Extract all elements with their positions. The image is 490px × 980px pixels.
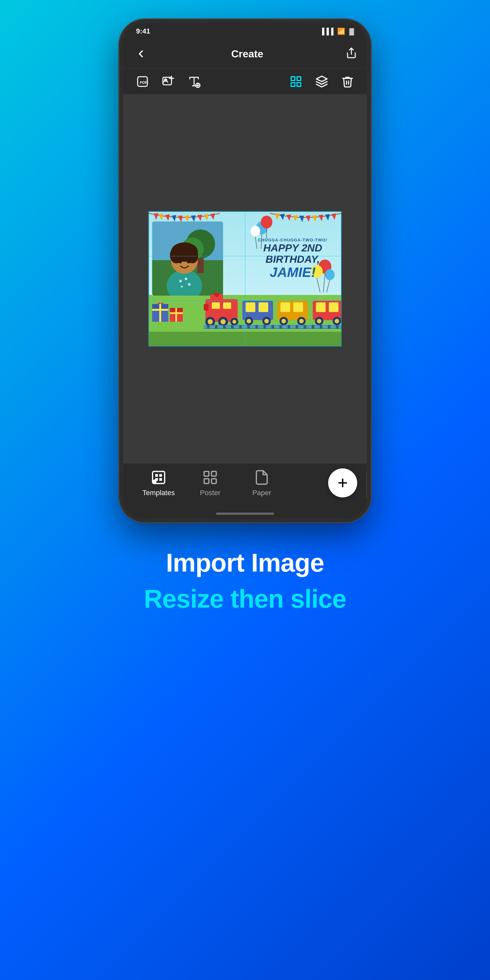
resize-subtitle: Resize then slice xyxy=(144,584,346,614)
svg-rect-112 xyxy=(239,325,242,329)
import-title: Import Image xyxy=(166,548,324,578)
svg-marker-17 xyxy=(154,213,159,220)
poster-icon xyxy=(202,468,219,486)
tab-paper[interactable]: Paper xyxy=(236,468,288,497)
fab-add-button[interactable] xyxy=(328,468,357,497)
svg-rect-78 xyxy=(223,302,231,309)
svg-point-96 xyxy=(282,319,286,323)
svg-rect-71 xyxy=(175,308,177,322)
svg-marker-20 xyxy=(172,215,177,221)
svg-marker-33 xyxy=(312,215,317,222)
share-button[interactable] xyxy=(345,47,357,61)
svg-rect-15 xyxy=(297,83,301,86)
svg-rect-121 xyxy=(312,325,314,329)
svg-point-59 xyxy=(178,260,182,263)
svg-rect-93 xyxy=(280,302,290,312)
svg-marker-24 xyxy=(197,215,202,221)
svg-rect-12 xyxy=(291,77,295,81)
svg-rect-111 xyxy=(231,325,234,329)
toolbar-right xyxy=(286,72,357,91)
status-bar: 9:41 ▐▐▐ 📶 ▓ xyxy=(123,23,367,39)
grid-button[interactable] xyxy=(286,72,305,91)
templates-label: Templates xyxy=(143,489,175,497)
nav-bar: Create xyxy=(123,39,367,68)
svg-rect-117 xyxy=(280,325,282,329)
card-content: CHUGGA-CHUGGA-TWO-TWO! HAPPY 2ND BIRTHDA… xyxy=(149,212,341,346)
back-button[interactable] xyxy=(133,48,149,60)
add-image-button[interactable] xyxy=(159,72,178,91)
svg-rect-86 xyxy=(246,302,255,312)
status-icons: ▐▐▐ 📶 ▓ xyxy=(320,27,354,35)
signal-icon: ▐▐▐ xyxy=(320,28,334,35)
svg-marker-32 xyxy=(305,215,310,222)
svg-rect-116 xyxy=(271,325,274,329)
svg-rect-122 xyxy=(320,325,322,329)
svg-point-91 xyxy=(264,319,269,323)
paper-icon xyxy=(253,468,271,486)
svg-rect-113 xyxy=(247,325,250,329)
svg-point-89 xyxy=(247,319,251,323)
page-title: Create xyxy=(231,48,263,60)
svg-marker-19 xyxy=(165,215,170,221)
happy-birthday-text: HAPPY 2ND BIRTHDAY, JAMIE! xyxy=(251,242,335,280)
svg-point-82 xyxy=(221,319,226,324)
svg-marker-18 xyxy=(159,214,164,220)
svg-rect-14 xyxy=(291,83,295,86)
ground-dark xyxy=(149,332,341,346)
child-svg xyxy=(152,221,223,296)
templates-icon xyxy=(150,468,168,486)
svg-marker-29 xyxy=(286,215,291,221)
phone-frame: 9:41 ▐▐▐ 📶 ▓ Create xyxy=(119,19,371,522)
svg-point-62 xyxy=(185,278,187,280)
svg-rect-67 xyxy=(159,304,161,322)
paper-label: Paper xyxy=(252,489,271,497)
svg-rect-134 xyxy=(212,479,216,484)
battery-icon: ▓ xyxy=(349,28,354,35)
tab-poster[interactable]: Poster xyxy=(185,468,236,497)
delete-button[interactable] xyxy=(338,72,357,91)
tab-separator xyxy=(366,472,367,497)
svg-marker-30 xyxy=(293,215,298,221)
svg-marker-28 xyxy=(280,214,285,220)
svg-rect-124 xyxy=(336,325,339,329)
balloon-red xyxy=(259,215,275,241)
svg-rect-131 xyxy=(204,471,209,476)
svg-rect-120 xyxy=(304,325,306,329)
svg-rect-114 xyxy=(255,325,258,329)
svg-rect-77 xyxy=(212,302,220,309)
tab-templates[interactable]: Templates xyxy=(133,468,185,497)
add-text-button[interactable] xyxy=(185,72,204,91)
svg-rect-133 xyxy=(204,479,209,484)
toolbar: PDF xyxy=(123,68,367,94)
card-canvas[interactable]: CHUGGA-CHUGGA-TWO-TWO! HAPPY 2ND BIRTHDA… xyxy=(148,211,342,347)
toolbar-left: PDF xyxy=(133,72,204,91)
svg-rect-72 xyxy=(170,312,183,314)
svg-point-84 xyxy=(232,320,236,324)
svg-marker-34 xyxy=(318,215,323,221)
svg-marker-26 xyxy=(210,213,215,220)
svg-text:PDF: PDF xyxy=(140,80,147,84)
svg-point-60 xyxy=(187,260,190,263)
bottom-tab-bar: Templates Poster xyxy=(123,464,367,509)
canvas-area[interactable]: CHUGGA-CHUGGA-TWO-TWO! HAPPY 2ND BIRTHDA… xyxy=(123,94,367,464)
svg-rect-68 xyxy=(152,309,168,311)
pdf-button[interactable]: PDF xyxy=(133,72,152,91)
svg-rect-87 xyxy=(259,302,268,312)
svg-marker-35 xyxy=(325,214,330,221)
child-photo xyxy=(152,221,223,296)
bunting-right xyxy=(270,212,341,234)
svg-point-63 xyxy=(188,283,191,286)
poster-label: Poster xyxy=(200,489,221,497)
svg-point-105 xyxy=(335,319,339,323)
svg-rect-115 xyxy=(263,325,266,329)
svg-marker-25 xyxy=(204,214,208,221)
svg-point-98 xyxy=(299,319,304,323)
svg-rect-100 xyxy=(316,302,326,312)
phone-mockup: 9:41 ▐▐▐ 📶 ▓ Create xyxy=(119,19,371,522)
svg-rect-108 xyxy=(207,325,210,329)
svg-rect-118 xyxy=(288,325,290,329)
svg-line-48 xyxy=(326,280,330,293)
bottom-text-area: Import Image Resize then slice xyxy=(144,548,346,614)
wifi-icon: 📶 xyxy=(337,27,345,35)
layers-button[interactable] xyxy=(312,72,331,91)
